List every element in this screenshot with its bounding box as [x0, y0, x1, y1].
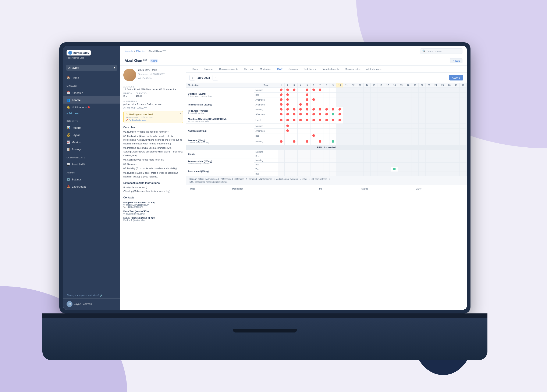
th-2: 2: [284, 83, 291, 88]
team-selector[interactable]: All teams ▾: [66, 65, 117, 71]
sidebar-section-communicate: Communicate: [63, 153, 120, 161]
home-icon: 🏠: [67, 76, 70, 80]
add-new-link[interactable]: + Add new: [63, 111, 120, 116]
sidebar-item-metrics[interactable]: 📈 Metrics: [63, 139, 120, 146]
sms-icon: 💬: [67, 163, 70, 166]
share-ideas-link[interactable]: Share your improvement ideas! 🔗: [63, 292, 120, 298]
table-row: Diltiazem (120mg) 3 times a day - every …: [186, 88, 467, 93]
time-afternoon4: Afternoon: [254, 129, 278, 133]
tab-mar[interactable]: MAR: [274, 66, 286, 73]
table-row: Naproxen (500mg) Morning: [186, 124, 467, 129]
sidebar-section-insights-label: Insights: [67, 120, 78, 122]
sidebar-item-home[interactable]: 🏠 Home: [63, 74, 120, 81]
th-medication: Medication: [186, 83, 254, 88]
sidebar-item-notifications-label: Notifications: [72, 106, 87, 109]
client-ref: ref:1545543h: [138, 77, 165, 80]
tab-diary[interactable]: Diary: [190, 66, 201, 73]
th-26: 26: [446, 83, 453, 88]
th-22: 22: [418, 83, 425, 88]
search-icon: 🔍: [422, 50, 425, 53]
sidebar-item-surveys[interactable]: 📋 Surveys: [63, 146, 120, 153]
tab-calendar[interactable]: Calendar: [201, 66, 216, 73]
client-id-val: 41867: [136, 95, 147, 97]
sidebar-item-export[interactable]: 📤 Export data: [63, 183, 120, 190]
contacts-section: Imogen Charles (Next of Kin) ✉ imogen1@n…: [123, 201, 183, 221]
tab-risk-assessments[interactable]: Risk assessments: [216, 66, 241, 73]
prev-month-button[interactable]: ‹: [190, 75, 195, 80]
breadcrumb-people[interactable]: People: [125, 50, 133, 53]
tab-medication[interactable]: Medication: [257, 66, 274, 73]
breadcrumb-clients[interactable]: Clients: [136, 50, 144, 53]
emar-notes-table: Date Medication Time Status Carer: [190, 187, 463, 193]
team-selector-label: All teams: [68, 66, 79, 69]
care-plan-item-7: 08. Hygiene (Afzal 1 carer twice a week …: [123, 171, 183, 179]
th-time: Time: [316, 187, 361, 191]
sidebar-item-settings-label: Settings: [72, 178, 82, 181]
th-date: Date: [190, 187, 232, 191]
extra-task-1: Food (offer some food): [123, 186, 183, 190]
care-plan-item-1: 01. Nutrition (What is the need for nutr…: [123, 130, 183, 134]
tab-file-attachments[interactable]: File attachments: [319, 66, 342, 73]
alert-link[interactable]: 📌 Pin this client's notes: [126, 119, 181, 121]
sidebar-item-notifications[interactable]: 🔔 Notifications: [63, 104, 120, 111]
time-bed7: Bed: [254, 163, 278, 167]
tab-related-reports[interactable]: related reports: [363, 66, 384, 73]
th-14: 14: [364, 83, 370, 88]
time-afternoon2: Afternoon: [254, 102, 278, 107]
care-plan-title: Care plan: [123, 126, 183, 129]
tab-task-history[interactable]: Task history: [301, 66, 319, 73]
th-16: 16: [377, 83, 384, 88]
mul-note: MUL: medication reported multiple times: [190, 181, 463, 183]
sidebar-item-reports-label: Reports: [72, 126, 81, 129]
th-carer: Carer: [415, 187, 463, 191]
sidebar-item-payroll[interactable]: 💰 Payroll: [63, 131, 120, 139]
tab-contacts[interactable]: Contacts: [286, 66, 301, 73]
med-name-folic: Folic Acid (400mcg) 1 x tablet 2 x a day: [186, 107, 254, 117]
alert-reporter: Jayne Scarman 7 Jul 2023 15:42: [126, 116, 181, 118]
contacts-title: Contacts: [123, 196, 183, 199]
actions-button[interactable]: Actions: [449, 75, 463, 80]
client-tag: Client: [150, 59, 158, 62]
laptop-screen-bezel: nursebuddy Happy Home Care All teams ▾ 🏠…: [59, 42, 471, 313]
contact-2-email: ✉ dave@nursebuddy.fr: [123, 213, 183, 215]
region-label: Region: [123, 92, 132, 95]
metrics-icon: 📈: [67, 140, 70, 144]
sidebar-section-manage-label: Manage: [67, 85, 78, 87]
user-name: Jayne Scarman: [74, 303, 92, 306]
table-row: Morphine (10mg/5ml ORAMORPH 2ML MORPHIST…: [186, 117, 467, 124]
mar-table-wrapper[interactable]: Medication Time 1 2 3 4 5 6 7: [186, 83, 467, 310]
user-avatar: JS: [67, 301, 73, 307]
edit-button[interactable]: ✎ Edit: [450, 58, 462, 63]
search-placeholder: Search people: [427, 50, 442, 52]
client-nhs: Team care at: NW165507: [138, 73, 165, 75]
time-morning: Morning: [254, 88, 278, 93]
th-1: 1: [278, 83, 285, 88]
next-month-button[interactable]: ›: [212, 75, 218, 80]
table-row: Ferrous sulfate (200mg) Afternoon: [186, 102, 467, 107]
th-17: 17: [384, 83, 391, 88]
sidebar-item-metrics-label: Metrics: [72, 141, 81, 144]
notifications-icon: 🔔: [67, 106, 70, 109]
search-bar[interactable]: 🔍 Search people: [420, 48, 462, 54]
sidebar-item-schedule[interactable]: 📅 Schedule: [63, 89, 120, 96]
client-name: Afzal Khan ***: [125, 59, 147, 63]
sidebar-item-people[interactable]: 👥 People: [63, 96, 120, 104]
sidebar-nav: 🏠 Home Manage 📅 Schedule 👥 People: [63, 73, 120, 292]
th-8: 8: [323, 83, 330, 88]
client-allergens: pollen, dairy, Peanuts, Pollen, lactose: [123, 103, 183, 106]
sidebar-item-people-label: People: [72, 99, 81, 102]
contact-1-phone: 📞 +447046212392?: [123, 206, 183, 208]
people-icon: 👥: [67, 98, 70, 102]
tab-care-plan[interactable]: Care plan: [241, 66, 257, 73]
tab-manager-notes[interactable]: Manager notes: [342, 66, 363, 73]
sidebar-item-reports[interactable]: 📊 Reports: [63, 124, 120, 131]
sidebar-footer: JS Jayne Scarman: [63, 298, 120, 310]
th-4: 4: [297, 83, 304, 88]
contact-3-name: ELLIE RHODES (Next of Kin): [123, 217, 183, 219]
med-name-diltiazem: Diltiazem (120mg) 3 times a day - every …: [186, 88, 254, 102]
alert-close-button[interactable]: ✕: [179, 112, 181, 115]
sidebar-item-settings[interactable]: ⚙️ Settings: [63, 176, 120, 183]
sidebar-item-send-sms[interactable]: 💬 Send SMS: [63, 161, 120, 168]
th-23: 23: [425, 83, 432, 88]
emar-notes-header: Date Medication Time Status Carer: [186, 185, 467, 194]
